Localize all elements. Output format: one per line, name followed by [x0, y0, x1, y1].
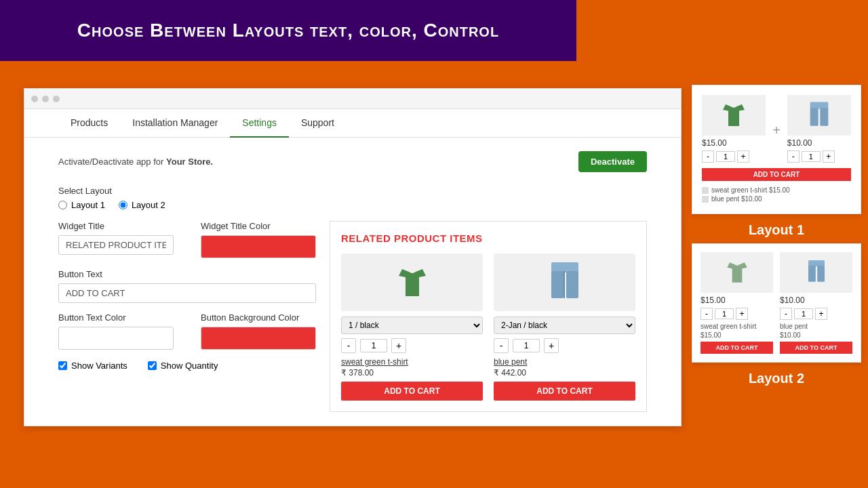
- banner-title: Choose Between Layouts text, color, Cont…: [77, 20, 499, 41]
- main-layout: Widget Title Widget Title Color Button T…: [58, 221, 647, 412]
- svg-rect-8: [808, 266, 816, 282]
- tab-installation-manager[interactable]: Installation Manager: [120, 109, 230, 138]
- layout2-product1: $15.00 - + sweat green t-shirt $15.00 AD…: [701, 252, 773, 354]
- show-quantity-checkbox[interactable]: Show Quantity: [148, 361, 218, 371]
- app-topbar: [24, 89, 681, 109]
- layout1-product1: $15.00 - +: [702, 95, 766, 165]
- layout1-qty-plus[interactable]: +: [737, 150, 749, 163]
- topbar-dot-3: [53, 96, 60, 102]
- layout1-p2-qty-minus[interactable]: -: [787, 150, 800, 163]
- button-text-color-swatch[interactable]: [58, 327, 174, 350]
- deactivate-button[interactable]: Deactivate: [578, 151, 647, 172]
- layout2-p2-qty-input[interactable]: [794, 308, 813, 319]
- app-window: Products Installation Manager Settings S…: [24, 88, 682, 426]
- widget-title-color-swatch[interactable]: [201, 235, 316, 258]
- activate-bar: Activate/Deactivate app for Your Store. …: [58, 151, 647, 172]
- layout1-item-dot-1: [702, 187, 709, 194]
- layout-select: Layout 1 Layout 2: [58, 200, 647, 210]
- product1-qty-minus[interactable]: -: [341, 338, 356, 353]
- product1-price: ₹ 378.00: [341, 368, 483, 378]
- preview-widget: RELATED PRODUCT ITEMS 1 / black: [330, 221, 647, 412]
- layout1-item-dot-2: [702, 196, 709, 203]
- layout1-p2-qty-input[interactable]: [802, 151, 821, 162]
- layout1-item-1: sweat green t-shirt $15.00: [702, 186, 851, 194]
- layout1-label: Layout 1: [692, 217, 861, 243]
- widget-title-label: Widget Title: [58, 221, 174, 231]
- layout1-product2: $10.00 - +: [787, 95, 851, 165]
- product2-qty-control: - +: [494, 338, 635, 353]
- tshirt-svg: [392, 262, 433, 303]
- svg-rect-6: [820, 108, 828, 126]
- layout1-qty-minus[interactable]: -: [702, 150, 714, 163]
- layout2-radio[interactable]: Layout 2: [119, 200, 165, 210]
- svg-rect-1: [551, 271, 564, 298]
- widget-title-section: Widget Title Widget Title Color: [58, 221, 316, 258]
- layout2-p1-qty-input[interactable]: [715, 308, 734, 319]
- checkbox-row: Show Variants Show Quantity: [58, 361, 316, 371]
- widget-title-input[interactable]: [58, 235, 174, 255]
- layout1-product2-price: $10.00: [787, 138, 851, 148]
- layout2-p1-qty-minus[interactable]: -: [701, 308, 713, 320]
- tab-settings[interactable]: Settings: [230, 109, 289, 138]
- layout2-product2-img: [780, 252, 852, 293]
- product2-qty-plus[interactable]: +: [544, 338, 559, 353]
- layout2-product1-name: sweat green t-shirt: [701, 323, 773, 330]
- layout2-product1-img: [701, 252, 773, 293]
- layout1-plus: +: [772, 123, 781, 138]
- layout2-label: Layout 2: [132, 200, 165, 210]
- show-variants-label: Show Variants: [71, 361, 127, 371]
- settings-col: Widget Title Widget Title Color Button T…: [58, 221, 316, 412]
- show-variants-checkbox[interactable]: Show Variants: [58, 361, 127, 371]
- topbar-dot-2: [42, 96, 49, 102]
- layout1-item-text-2: blue pent $10.00: [711, 195, 762, 203]
- layout1-product2-qty: - +: [787, 150, 851, 163]
- button-text-label: Button Text: [58, 269, 316, 279]
- svg-rect-9: [817, 266, 825, 282]
- layout1-qty-input[interactable]: [716, 151, 735, 162]
- product2-name: blue pent: [494, 357, 635, 367]
- layout2-product1-add-btn[interactable]: ADD TO CART: [701, 342, 773, 354]
- layout1-item-list: sweat green t-shirt $15.00 blue pent $10…: [702, 186, 851, 203]
- layout2-product2-add-btn[interactable]: ADD TO CART: [780, 342, 852, 354]
- preview-products: 1 / black - + sweat green t-shirt ₹ 378.…: [341, 253, 635, 401]
- layout1-item-text-1: sweat green t-shirt $15.00: [711, 186, 790, 194]
- layout1-label: Layout 1: [71, 200, 105, 210]
- layout2-label: Layout 2: [692, 365, 861, 392]
- layout2-product2-price: $10.00: [780, 296, 852, 305]
- product2-qty-minus[interactable]: -: [494, 338, 509, 353]
- product2-add-cart-btn[interactable]: ADD TO CART: [494, 382, 635, 401]
- layout1-item-2: blue pent $10.00: [702, 195, 851, 203]
- button-text-color-label: Button Text Color: [58, 312, 174, 323]
- layout1-p2-qty-plus[interactable]: +: [823, 150, 835, 163]
- layout1-product1-qty: - +: [702, 150, 766, 163]
- product1-qty-plus[interactable]: +: [391, 338, 406, 353]
- product1-name: sweat green t-shirt: [341, 357, 483, 367]
- product1-add-cart-btn[interactable]: ADD TO CART: [341, 382, 483, 401]
- layout1-card: $15.00 - + + $10.00 -: [692, 85, 861, 214]
- tab-products[interactable]: Products: [58, 109, 120, 138]
- layout2-card: $15.00 - + sweat green t-shirt $15.00 AD…: [692, 243, 861, 363]
- layout2-product1-price2: $15.00: [701, 331, 773, 339]
- product1-qty-control: - +: [341, 338, 483, 353]
- layout2-p2-qty-plus[interactable]: +: [815, 308, 827, 320]
- layout1-radio[interactable]: Layout 1: [58, 200, 105, 210]
- button-bg-color-swatch[interactable]: [201, 327, 316, 350]
- layout1-add-cart-btn[interactable]: ADD TO CART: [702, 168, 851, 181]
- button-text-input[interactable]: [58, 283, 316, 303]
- layout2-p2-qty-minus[interactable]: -: [780, 308, 792, 320]
- top-banner: Choose Between Layouts text, color, Cont…: [0, 0, 576, 61]
- layout2-p1-qty-plus[interactable]: +: [736, 308, 748, 320]
- product1-variant-select[interactable]: 1 / black: [341, 317, 483, 334]
- select-layout-label: Select Layout: [58, 186, 647, 196]
- layout2-product2-name: blue pent: [780, 323, 852, 330]
- layout1-jeans-svg: [806, 97, 833, 134]
- product1-qty-input[interactable]: [360, 339, 387, 352]
- button-bg-color-group: Button Background Color: [201, 312, 316, 350]
- product2-variant-select[interactable]: 2-Jan / black: [494, 317, 635, 334]
- svg-rect-2: [566, 271, 578, 298]
- preview-title: RELATED PRODUCT ITEMS: [341, 232, 635, 244]
- svg-rect-4: [810, 102, 829, 108]
- tab-support[interactable]: Support: [289, 109, 347, 138]
- svg-rect-5: [810, 108, 818, 126]
- product2-qty-input[interactable]: [513, 339, 540, 352]
